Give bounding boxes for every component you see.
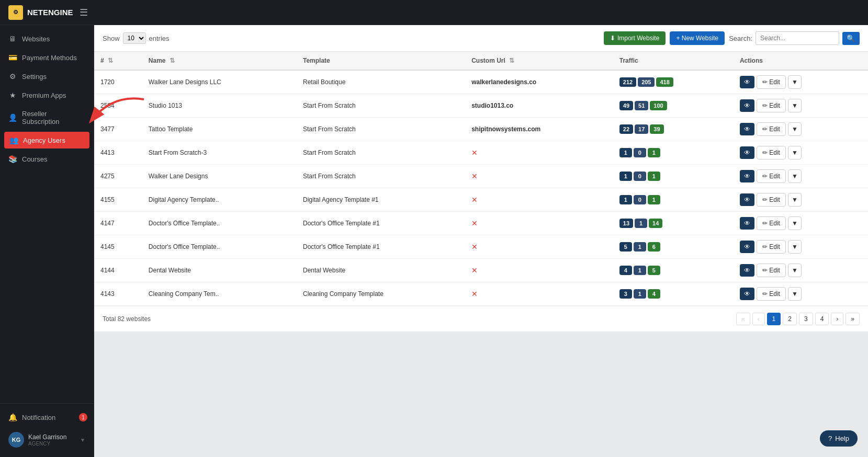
notification-badge: 1 (79, 413, 87, 421)
page-next[interactable]: › (831, 313, 843, 325)
edit-button[interactable]: ✏ Edit (757, 99, 786, 112)
no-url-icon: ✕ (471, 243, 478, 251)
settings-icon: ⚙ (8, 72, 17, 81)
payment-icon: 💳 (8, 53, 17, 62)
sidebar-item-courses[interactable]: 📚 Courses (0, 150, 94, 168)
cell-name: Doctor's Office Template.. (142, 235, 297, 259)
search-area: Search: 🔍 (729, 31, 860, 45)
cell-custom-url: ✕ (465, 188, 613, 212)
view-button[interactable]: 👁 (740, 123, 754, 135)
traffic-badge-2: 0 (634, 195, 646, 204)
cell-custom-url: ✕ (465, 259, 613, 282)
page-4[interactable]: 4 (815, 313, 829, 325)
page-prev[interactable]: ‹ (752, 313, 765, 325)
sidebar-item-payment-methods[interactable]: 💳 Payment Methods (0, 48, 94, 67)
cell-actions: 👁 ✏ Edit ▼ (734, 282, 868, 306)
cell-actions: 👁 ✏ Edit ▼ (734, 118, 868, 141)
table-row: 4155 Digital Agency Template.. Digital A… (94, 188, 868, 212)
search-input[interactable] (756, 31, 839, 45)
courses-icon: 📚 (8, 155, 17, 163)
traffic-badge-2: 0 (634, 172, 646, 181)
cell-name: Digital Agency Template.. (142, 188, 297, 212)
table-row: 2584 Studio 1013 Start From Scratch stud… (94, 94, 868, 118)
view-button[interactable]: 👁 (740, 193, 754, 206)
edit-button[interactable]: ✏ Edit (757, 75, 786, 89)
view-button[interactable]: 👁 (740, 76, 754, 88)
layout: 🖥 Websites 💳 Payment Methods ⚙ Settings … (0, 25, 868, 457)
traffic-badge-1: 22 (619, 124, 633, 134)
hamburger-menu[interactable]: ☰ (80, 7, 88, 18)
sidebar-item-notification[interactable]: 🔔 Notification 1 (0, 408, 94, 427)
edit-button[interactable]: ✏ Edit (757, 193, 786, 207)
view-button[interactable]: 👁 (740, 288, 754, 300)
cell-actions: 👁 ✏ Edit ▼ (734, 94, 868, 118)
col-name: Name ⇅ (142, 52, 297, 70)
cell-name: Studio 1013 (142, 94, 297, 118)
view-button[interactable]: 👁 (740, 217, 754, 230)
chevron-down-icon: ▼ (80, 437, 85, 443)
view-button[interactable]: 👁 (740, 146, 754, 159)
traffic-badge-3: 4 (648, 289, 660, 299)
sidebar-item-label: Courses (22, 155, 47, 163)
no-url-icon: ✕ (471, 266, 478, 275)
cell-template: Digital Agency Template #1 (297, 188, 465, 212)
sidebar-item-label: Websites (22, 35, 50, 43)
dropdown-button[interactable]: ▼ (788, 240, 802, 254)
cell-id: 4155 (94, 188, 142, 212)
dropdown-button[interactable]: ▼ (788, 169, 802, 183)
cell-traffic: 212 205 418 (613, 70, 734, 94)
dropdown-button[interactable]: ▼ (788, 122, 802, 136)
traffic-badge-1: 1 (619, 172, 632, 181)
pagination: « ‹ 1 2 3 4 › » (736, 313, 860, 325)
page-next-next[interactable]: » (846, 313, 860, 325)
agency-users-icon: 👥 (9, 136, 18, 144)
sidebar-item-premium-apps[interactable]: ★ Premium Apps (0, 86, 94, 105)
table-header-row: # ⇅ Name ⇅ Template Custom Url ⇅ Traffic… (94, 52, 868, 70)
sidebar-item-label: Settings (22, 73, 47, 81)
cell-template: Start From Scratch (297, 165, 465, 188)
edit-button[interactable]: ✏ Edit (757, 169, 786, 183)
traffic-badge-2: 1 (634, 266, 646, 275)
view-button[interactable]: 👁 (740, 170, 754, 182)
view-button[interactable]: 👁 (740, 241, 754, 253)
cell-name: Walker Lane Designs LLC (142, 70, 297, 94)
help-button[interactable]: ? Help (820, 430, 858, 447)
cell-template: Retail Boutique (297, 70, 465, 94)
cell-id: 4143 (94, 282, 142, 306)
show-entries: Show 10 25 50 entries (103, 32, 170, 44)
page-prev-prev[interactable]: « (736, 313, 750, 325)
edit-button[interactable]: ✏ Edit (757, 240, 786, 254)
edit-button[interactable]: ✏ Edit (757, 146, 786, 159)
cell-template: Doctor's Office Template #1 (297, 235, 465, 259)
import-website-button[interactable]: ⬇ Import Website (604, 31, 666, 45)
traffic-badge-1: 1 (619, 195, 632, 204)
edit-button[interactable]: ✏ Edit (757, 264, 786, 277)
dropdown-button[interactable]: ▼ (788, 193, 802, 207)
entries-select[interactable]: 10 25 50 (123, 32, 146, 44)
sidebar-item-reseller-subscription[interactable]: 👤 Reseller Subscription (0, 105, 94, 131)
new-website-button[interactable]: + New Website (670, 31, 725, 45)
sidebar-item-agency-users[interactable]: 👥 Agency Users (4, 132, 89, 148)
edit-button[interactable]: ✏ Edit (757, 122, 786, 136)
edit-button[interactable]: ✏ Edit (757, 216, 786, 230)
col-actions: Actions (734, 52, 868, 70)
dropdown-button[interactable]: ▼ (788, 75, 802, 89)
user-row[interactable]: KG Kael Garrison AGENCY ▼ (0, 427, 94, 453)
page-3[interactable]: 3 (799, 313, 813, 325)
page-1[interactable]: 1 (767, 313, 781, 325)
search-button[interactable]: 🔍 (842, 32, 860, 45)
view-button[interactable]: 👁 (740, 99, 754, 112)
search-label: Search: (729, 35, 752, 42)
cell-id: 3477 (94, 118, 142, 141)
sidebar-item-settings[interactable]: ⚙ Settings (0, 67, 94, 86)
traffic-badge-1: 13 (619, 219, 633, 228)
dropdown-button[interactable]: ▼ (788, 146, 802, 159)
view-button[interactable]: 👁 (740, 264, 754, 277)
dropdown-button[interactable]: ▼ (788, 99, 802, 112)
dropdown-button[interactable]: ▼ (788, 264, 802, 277)
dropdown-button[interactable]: ▼ (788, 216, 802, 230)
sidebar-item-websites[interactable]: 🖥 Websites (0, 29, 94, 48)
edit-button[interactable]: ✏ Edit (757, 287, 786, 301)
dropdown-button[interactable]: ▼ (788, 287, 802, 301)
page-2[interactable]: 2 (783, 313, 797, 325)
